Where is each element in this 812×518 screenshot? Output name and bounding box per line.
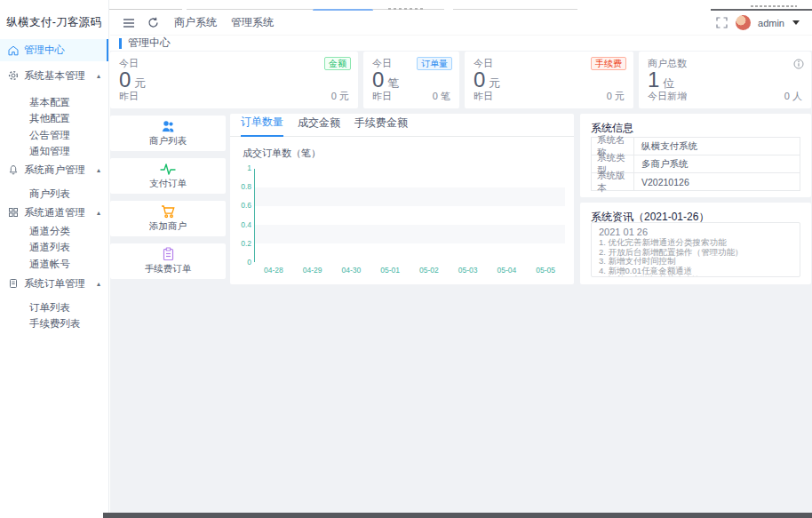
footer-value: 0 笔 [433, 90, 450, 103]
chart-card: 订单数量 成交金额 手续费金额 成交订单数（笔） 10.80.60.40.20 … [230, 114, 574, 284]
stat-value: 0 [474, 68, 485, 92]
status-badge: 订单量 [417, 57, 452, 70]
footer-label: 今日新增 [648, 90, 687, 103]
sidebar-item-label: 公告管理 [29, 129, 70, 142]
sidebar-group-order-management[interactable]: 系统订单管理 ▴ [0, 274, 108, 293]
tab-transaction-amount[interactable]: 成交金额 [298, 116, 340, 136]
x-tick-label: 05-04 [488, 266, 527, 275]
sidebar-group-channel-management[interactable]: 系统通道管理 ▴ [0, 203, 108, 222]
quick-action-label: 手续费订单 [145, 263, 192, 275]
y-tick-label: 0 [247, 258, 251, 267]
news-item: 1. 优化完善新增通道分类搜索功能 [599, 238, 792, 248]
browser-artifact-specks [388, 8, 426, 10]
fullscreen-icon[interactable] [716, 17, 728, 29]
news-date: 2021 01 26 [599, 227, 792, 237]
clipboard-icon [162, 247, 175, 261]
stat-card-orders: 今日 订单量 0笔 昨日 0 笔 [363, 52, 459, 108]
system-info-table: 系统名称 纵横支付系统 系统类型 多商户系统 系统版本 V20210126 [591, 137, 800, 191]
footer-value: 0 元 [607, 90, 625, 103]
home-icon [8, 45, 19, 56]
stat-card-footer: 今日新增 0 人 [648, 90, 802, 103]
system-info-panel: 系统信息 系统名称 纵横支付系统 系统类型 多商户系统 系统版本 V202101… [580, 114, 811, 197]
breadcrumb-accent-bar [119, 38, 122, 49]
sidebar-item-fee-list[interactable]: 手续费列表 [0, 314, 108, 333]
topbar: 商户系统 管理系统 admin [110, 11, 812, 36]
stat-card-value: 1位 [648, 68, 674, 92]
row-value: V20210126 [634, 177, 689, 187]
chart-tabs: 订单数量 成交金额 手续费金额 [230, 114, 574, 137]
stat-card-value: 0笔 [372, 68, 399, 92]
sidebar-item-notification[interactable]: 通知管理 [0, 141, 108, 161]
sidebar-group-merchant-management[interactable]: 系统商户管理 ▴ [0, 160, 108, 179]
bell-icon [8, 164, 19, 175]
refresh-icon[interactable] [147, 17, 160, 29]
sidebar-item-label: 商户列表 [29, 187, 70, 201]
caret-down-icon[interactable] [792, 20, 800, 25]
stat-value: 0 [119, 68, 131, 92]
cart-icon [161, 204, 176, 219]
sidebar-item-label: 通道帐号 [29, 258, 70, 271]
stat-value: 0 [372, 68, 384, 92]
x-axis-labels: 04-2804-2904-3005-0105-0205-0305-0405-05 [254, 266, 565, 275]
y-tick-label: 0.4 [241, 220, 251, 229]
stat-unit: 元 [134, 76, 146, 90]
tab-fee-amount[interactable]: 手续费金额 [354, 116, 408, 136]
y-tick-label: 0.6 [241, 201, 251, 210]
collapse-menu-icon[interactable] [123, 17, 135, 29]
stat-unit: 位 [663, 76, 674, 90]
quick-action-payment-orders[interactable]: 支付订单 [110, 158, 226, 194]
stat-card-merchant-total: 商户总数 1位 今日新增 0 人 [639, 52, 811, 108]
order-icon [8, 278, 19, 289]
quick-action-fee-orders[interactable]: 手续费订单 [110, 243, 226, 279]
quick-action-label: 支付订单 [149, 178, 187, 190]
sidebar-item-dashboard[interactable]: 管理中心 [0, 39, 108, 61]
x-tick-label: 05-05 [526, 266, 565, 275]
sidebar-item-label: 基本配置 [29, 96, 70, 109]
y-tick-label: 0.2 [241, 239, 251, 248]
system-news-body: 2021 01 26 1. 优化完善新增通道分类搜索功能 2. 开放后台新增配置… [591, 222, 800, 277]
grid-icon [8, 207, 19, 218]
stat-card-footer: 昨日 0 元 [474, 90, 625, 103]
stat-card-fee: 今日 手续费 0元 昨日 0 元 [465, 52, 633, 108]
screen: 纵横支付-刀客源码 管理中心 系统基本管理 ▴ 基本配置 其他配置 公告管理 通… [0, 0, 812, 518]
breadcrumb-title: 管理中心 [128, 36, 171, 51]
tab-order-count[interactable]: 订单数量 [241, 115, 283, 137]
chart-plot-area [254, 169, 565, 262]
row-value: 多商户系统 [634, 158, 689, 171]
sidebar-item-merchant-list[interactable]: 商户列表 [0, 184, 108, 203]
footer-value: 0 人 [784, 90, 802, 103]
stat-unit: 元 [489, 76, 500, 90]
x-tick-label: 04-28 [254, 266, 293, 275]
stat-card-amount: 今日 金额 0元 昨日 0 元 [110, 52, 358, 108]
topbar-menu-merchant-system[interactable]: 商户系统 [174, 15, 217, 30]
sidebar-item-channel-account[interactable]: 通道帐号 [0, 254, 108, 274]
footer-label: 昨日 [474, 90, 493, 103]
topbar-menu-admin-system[interactable]: 管理系统 [231, 15, 274, 30]
browser-artifact-line [453, 9, 577, 10]
main-content: 今日 金额 0元 昨日 0 元 今日 订单量 0笔 昨日 0 笔 今日 手续 [110, 51, 812, 513]
chevron-up-icon: ▴ [97, 209, 100, 217]
pulse-icon [160, 163, 176, 176]
quick-action-label: 添加商户 [149, 220, 187, 233]
x-tick-label: 05-01 [370, 266, 410, 275]
quick-action-merchant-list[interactable]: 商户列表 [110, 116, 226, 151]
quick-action-label: 商户列表 [149, 135, 187, 147]
sidebar-item-label: 通道列表 [29, 241, 70, 254]
footer-label: 昨日 [119, 90, 139, 103]
status-badge: 手续费 [591, 57, 626, 70]
news-item: 3. 新增支付时间控制 [599, 257, 792, 267]
info-icon[interactable] [793, 59, 804, 69]
browser-artifact-specks [751, 5, 797, 7]
status-badge: 金额 [324, 57, 351, 70]
gear-icon [8, 70, 19, 81]
chevron-up-icon: ▴ [97, 166, 100, 174]
taskbar-artifact [103, 513, 812, 518]
quick-action-add-merchant[interactable]: 添加商户 [110, 201, 226, 236]
sidebar-group-basic-management[interactable]: 系统基本管理 ▴ [0, 66, 108, 85]
stat-unit: 笔 [387, 76, 399, 90]
system-news-panel: 系统资讯（2021-01-26） 2021 01 26 1. 优化完善新增通道分… [580, 203, 811, 284]
username[interactable]: admin [758, 18, 784, 28]
stat-value: 1 [648, 68, 659, 92]
avatar[interactable] [736, 15, 751, 30]
sidebar-item-label: 其他配置 [29, 112, 70, 125]
